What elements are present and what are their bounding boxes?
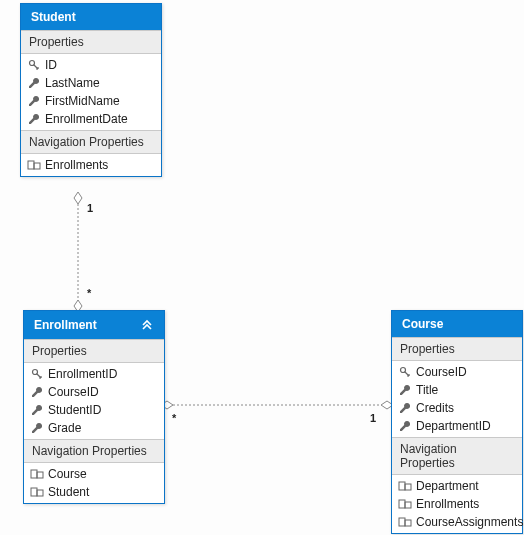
navprop-name: Enrollments	[45, 158, 108, 172]
property-name: EnrollmentDate	[45, 112, 128, 126]
navprop-row[interactable]: CourseAssignments	[392, 513, 522, 531]
key-icon	[398, 365, 412, 379]
navprop-row[interactable]: Course	[24, 465, 164, 483]
property-row[interactable]: Grade	[24, 419, 164, 437]
svg-rect-10	[28, 161, 34, 169]
properties-list: ID LastName FirstMidName EnrollmentDate	[21, 54, 161, 130]
property-row[interactable]: CourseID	[24, 383, 164, 401]
property-name: EnrollmentID	[48, 367, 117, 381]
multiplicity-label: *	[172, 412, 176, 424]
multiplicity-label: 1	[87, 202, 93, 214]
svg-rect-29	[405, 520, 411, 526]
wrench-icon	[27, 112, 41, 126]
navprop-name: Enrollments	[416, 497, 479, 511]
properties-list: EnrollmentID CourseID StudentID Grade	[24, 363, 164, 439]
nav-icon	[398, 497, 412, 511]
svg-line-13	[37, 374, 42, 379]
section-header-properties: Properties	[21, 30, 161, 54]
navprop-name: Department	[416, 479, 479, 493]
wrench-icon	[27, 94, 41, 108]
entity-title: Course	[402, 317, 443, 331]
property-name: Grade	[48, 421, 81, 435]
wrench-icon	[398, 401, 412, 415]
entity-title: Student	[31, 10, 76, 24]
svg-rect-27	[405, 502, 411, 508]
property-name: DepartmentID	[416, 419, 491, 433]
navprops-list: Course Student	[24, 463, 164, 503]
multiplicity-label: 1	[370, 412, 376, 424]
property-row[interactable]: EnrollmentID	[24, 365, 164, 383]
entity-title: Enrollment	[34, 318, 97, 332]
entity-header[interactable]: Enrollment	[24, 311, 164, 339]
nav-icon	[30, 467, 44, 481]
section-header-properties: Properties	[24, 339, 164, 363]
property-name: CourseID	[416, 365, 467, 379]
property-name: StudentID	[48, 403, 101, 417]
wrench-icon	[30, 421, 44, 435]
entity-header[interactable]: Course	[392, 311, 522, 337]
key-icon	[27, 58, 41, 72]
wrench-icon	[30, 403, 44, 417]
property-row[interactable]: Credits	[392, 399, 522, 417]
section-header-navprops: Navigation Properties	[392, 437, 522, 475]
svg-rect-18	[31, 488, 37, 496]
navprop-row[interactable]: Enrollments	[21, 156, 161, 174]
nav-icon	[398, 479, 412, 493]
svg-rect-19	[37, 490, 43, 496]
key-icon	[30, 367, 44, 381]
navprop-name: Student	[48, 485, 89, 499]
svg-rect-26	[399, 500, 405, 508]
section-header-properties: Properties	[392, 337, 522, 361]
property-name: CourseID	[48, 385, 99, 399]
section-header-navprops: Navigation Properties	[21, 130, 161, 154]
svg-rect-28	[399, 518, 405, 526]
navprops-list: Enrollments	[21, 154, 161, 176]
properties-list: CourseID Title Credits DepartmentID	[392, 361, 522, 437]
svg-line-21	[405, 372, 410, 377]
nav-icon	[30, 485, 44, 499]
entity-student[interactable]: Student Properties ID LastName FirstMidN…	[20, 3, 162, 177]
property-name: FirstMidName	[45, 94, 120, 108]
property-row[interactable]: CourseID	[392, 363, 522, 381]
diagram-canvas: 1 * * 1 Student Properties ID LastName F…	[0, 0, 524, 535]
svg-rect-16	[31, 470, 37, 478]
property-name: ID	[45, 58, 57, 72]
navprop-row[interactable]: Enrollments	[392, 495, 522, 513]
navprop-row[interactable]: Student	[24, 483, 164, 501]
navprop-name: Course	[48, 467, 87, 481]
svg-line-7	[34, 65, 39, 70]
svg-marker-1	[74, 192, 82, 204]
svg-rect-25	[405, 484, 411, 490]
property-row[interactable]: FirstMidName	[21, 92, 161, 110]
wrench-icon	[27, 76, 41, 90]
property-name: Title	[416, 383, 438, 397]
property-name: LastName	[45, 76, 100, 90]
property-row[interactable]: EnrollmentDate	[21, 110, 161, 128]
section-header-navprops: Navigation Properties	[24, 439, 164, 463]
property-name: Credits	[416, 401, 454, 415]
svg-rect-11	[34, 163, 40, 169]
multiplicity-label: *	[87, 287, 91, 299]
property-row[interactable]: StudentID	[24, 401, 164, 419]
property-row[interactable]: LastName	[21, 74, 161, 92]
wrench-icon	[398, 383, 412, 397]
svg-rect-17	[37, 472, 43, 478]
property-row[interactable]: DepartmentID	[392, 417, 522, 435]
svg-rect-24	[399, 482, 405, 490]
entity-header[interactable]: Student	[21, 4, 161, 30]
nav-icon	[398, 515, 412, 529]
entity-enrollment[interactable]: Enrollment Properties EnrollmentID Cours…	[23, 310, 165, 504]
property-row[interactable]: ID	[21, 56, 161, 74]
chevrons-up-icon	[140, 317, 154, 333]
entity-course[interactable]: Course Properties CourseID Title Credits…	[391, 310, 523, 534]
navprops-list: Department Enrollments CourseAssignments	[392, 475, 522, 533]
navprop-row[interactable]: Department	[392, 477, 522, 495]
wrench-icon	[30, 385, 44, 399]
wrench-icon	[398, 419, 412, 433]
nav-icon	[27, 158, 41, 172]
property-row[interactable]: Title	[392, 381, 522, 399]
navprop-name: CourseAssignments	[416, 515, 523, 529]
